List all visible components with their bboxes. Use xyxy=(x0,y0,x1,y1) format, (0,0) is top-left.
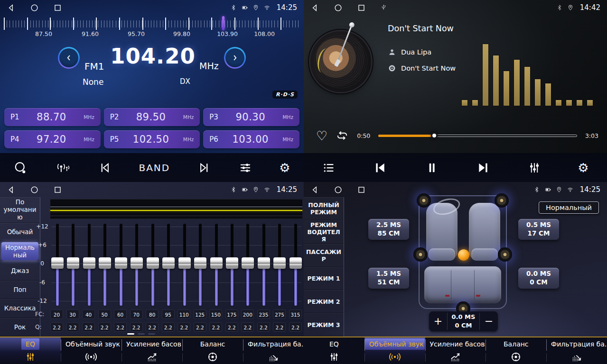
q-value[interactable]: 2.2 xyxy=(98,322,111,332)
slider-thumb[interactable] xyxy=(178,257,191,269)
fc-value[interactable]: 40 xyxy=(82,309,95,319)
tune-up-button[interactable] xyxy=(224,47,246,69)
fc-value[interactable]: 110 xyxy=(177,309,190,319)
dx-mode[interactable]: DX xyxy=(180,77,190,86)
eq-band-slider[interactable] xyxy=(51,224,64,306)
mode-passenger[interactable]: ПАССАЖИР xyxy=(304,244,344,267)
fc-value[interactable]: 20 xyxy=(50,309,63,319)
eq-band-slider[interactable] xyxy=(289,224,302,306)
q-value[interactable]: 2.2 xyxy=(289,322,302,332)
scan-icon[interactable] xyxy=(13,161,28,175)
front-right-delay-button[interactable]: 0.5 MS 17 CM xyxy=(518,219,559,240)
recents-icon[interactable] xyxy=(53,185,62,194)
tab-bass-boost[interactable]: Усиление басов xyxy=(121,337,182,364)
fc-value[interactable]: 150 xyxy=(209,309,222,319)
q-value[interactable]: 2.2 xyxy=(146,322,159,332)
settings-gear-icon[interactable]: ⚙ xyxy=(578,162,588,174)
mode-1[interactable]: РЕЖИМ 1 xyxy=(304,267,344,291)
settings-gear-icon[interactable]: ⚙ xyxy=(279,162,290,174)
back-icon[interactable] xyxy=(310,3,319,12)
rear-left-delay-button[interactable]: 1.5 MS 51 CM xyxy=(368,268,409,289)
preset-p3[interactable]: P3 90.30 MHz xyxy=(203,108,299,126)
q-value[interactable]: 2.2 xyxy=(177,322,190,332)
eq-band-slider[interactable] xyxy=(83,224,95,306)
repeat-icon[interactable] xyxy=(336,129,349,142)
q-value[interactable]: 2.2 xyxy=(130,322,143,332)
q-value[interactable]: 2.2 xyxy=(273,322,286,332)
eq-band-slider[interactable] xyxy=(258,224,270,306)
slider-thumb[interactable] xyxy=(273,257,286,269)
eq-band-slider[interactable] xyxy=(99,224,111,306)
tab-eq[interactable]: EQ xyxy=(0,337,61,364)
q-value[interactable]: 2.2 xyxy=(194,322,206,332)
eq-preset-custom[interactable]: Обычай xyxy=(0,223,40,241)
tab-surround[interactable]: Объёмный звук xyxy=(61,337,121,364)
slider-thumb[interactable] xyxy=(194,257,206,269)
fc-value[interactable]: 80 xyxy=(146,309,159,319)
q-value[interactable]: 2.2 xyxy=(257,322,270,332)
q-value[interactable]: 2.2 xyxy=(66,322,79,332)
preset-p5[interactable]: P5 102.50 MHz xyxy=(104,130,200,148)
progress-bar[interactable] xyxy=(378,135,577,137)
eq-preset-jazz[interactable]: Джаз xyxy=(0,262,40,280)
fc-value[interactable]: 125 xyxy=(194,309,206,319)
pause-icon[interactable] xyxy=(424,160,439,175)
tab-filter[interactable]: Фильтрация ба... xyxy=(243,337,304,364)
mode-full[interactable]: ПОЛНЫЙ РЕЖИМ xyxy=(304,197,344,220)
favorite-icon[interactable]: ♡ xyxy=(316,129,327,142)
slider-thumb[interactable] xyxy=(83,257,95,269)
tab-balance[interactable]: Баланс xyxy=(182,337,243,364)
slider-thumb[interactable] xyxy=(99,257,111,269)
home-icon[interactable] xyxy=(30,3,39,12)
mode-driver[interactable]: РЕЖИМ ВОДИТЕЛЯ xyxy=(304,220,344,244)
seek-previous-icon[interactable] xyxy=(98,161,112,175)
tab-eq[interactable]: EQ xyxy=(304,337,364,364)
previous-track-icon[interactable] xyxy=(373,160,388,175)
eq-band-slider[interactable] xyxy=(67,224,79,306)
slider-thumb[interactable] xyxy=(147,257,159,269)
slider-thumb[interactable] xyxy=(210,257,223,269)
rear-right-delay-button[interactable]: 0.0 MS 0 CM xyxy=(518,268,559,289)
q-value[interactable]: 2.2 xyxy=(82,322,95,332)
eq-band-slider[interactable] xyxy=(162,224,175,306)
tab-balance[interactable]: Баланс xyxy=(486,337,546,364)
slider-thumb[interactable] xyxy=(242,257,254,269)
recents-icon[interactable] xyxy=(357,185,366,194)
eq-band-slider[interactable] xyxy=(242,224,254,306)
preset-p4[interactable]: P4 97.20 MHz xyxy=(4,130,101,148)
preset-p2[interactable]: P2 89.50 MHz xyxy=(104,108,200,126)
home-icon[interactable] xyxy=(334,3,343,12)
back-icon[interactable] xyxy=(310,185,319,194)
fc-value[interactable]: 275 xyxy=(273,309,286,319)
q-value[interactable]: 2.2 xyxy=(209,322,222,332)
eq-band-slider[interactable] xyxy=(194,224,206,306)
eq-preset-normal[interactable]: Нормальный xyxy=(1,242,38,261)
band-button[interactable]: BAND xyxy=(139,162,170,173)
seek-next-icon[interactable] xyxy=(197,161,211,175)
home-icon[interactable] xyxy=(30,185,39,194)
slider-thumb[interactable] xyxy=(226,257,238,269)
progress-thumb[interactable] xyxy=(431,132,438,139)
eq-band-slider[interactable] xyxy=(131,224,143,306)
eq-preset-pop[interactable]: Поп xyxy=(0,281,40,299)
rear-right-speaker-icon[interactable] xyxy=(498,247,512,262)
slider-thumb[interactable] xyxy=(67,257,79,269)
recents-icon[interactable] xyxy=(53,3,62,12)
fc-value[interactable]: 30 xyxy=(66,309,79,319)
eq-preset-classic[interactable]: Классика xyxy=(0,299,40,318)
q-value[interactable]: 2.2 xyxy=(162,322,175,332)
eq-band-slider[interactable] xyxy=(115,224,127,306)
fc-value[interactable]: 70 xyxy=(130,309,143,319)
preset-p1[interactable]: P1 88.70 MHz xyxy=(4,108,101,126)
fc-value[interactable]: 200 xyxy=(241,309,254,319)
front-left-delay-button[interactable]: 2.5 MS 85 CM xyxy=(368,219,409,240)
mode-2[interactable]: РЕЖИМ 2 xyxy=(304,290,344,313)
fc-value[interactable]: 175 xyxy=(225,309,238,319)
eq-band-slider[interactable] xyxy=(178,224,191,306)
equalizer-icon[interactable] xyxy=(527,161,542,175)
q-value[interactable]: 2.2 xyxy=(225,322,238,332)
slider-thumb[interactable] xyxy=(131,257,143,269)
slider-thumb[interactable] xyxy=(51,257,64,269)
tab-surround[interactable]: Объёмный звук xyxy=(364,337,425,364)
back-icon[interactable] xyxy=(7,3,16,12)
